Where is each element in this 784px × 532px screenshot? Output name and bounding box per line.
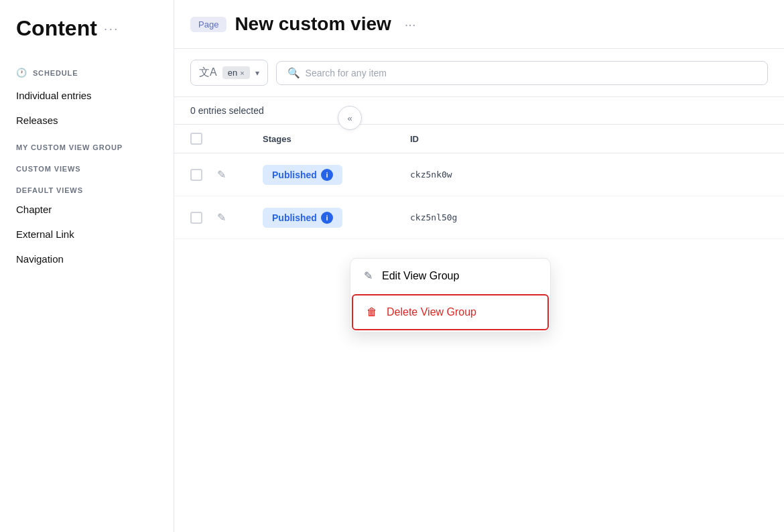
sidebar-item-individual-entries[interactable]: Individual entries <box>0 83 174 108</box>
custom-views-label: CUSTOM VIEWS <box>0 154 174 176</box>
published-info-icon-1[interactable]: i <box>321 169 333 181</box>
custom-view-group-label: MY CUSTOM VIEW GROUP <box>0 133 174 154</box>
context-menu: ✎ Edit View Group 🗑 Delete View Group <box>350 258 551 332</box>
chevron-down-icon: ▾ <box>255 68 259 78</box>
row-checkbox-1[interactable] <box>190 169 217 181</box>
delete-view-group-label: Delete View Group <box>387 306 476 318</box>
search-placeholder: Search for any item <box>306 68 387 78</box>
published-badge-2: Published i <box>263 208 342 228</box>
select-all-checkbox-cell[interactable] <box>190 125 217 153</box>
row-1-edit-button[interactable]: ✎ <box>217 168 257 181</box>
collapse-sidebar-button[interactable]: « <box>338 106 362 130</box>
entries-selected-label: 0 entries selected <box>174 97 784 125</box>
sidebar-item-navigation[interactable]: Navigation <box>0 247 174 271</box>
select-all-checkbox[interactable] <box>190 133 202 145</box>
row-checkbox-2[interactable] <box>190 212 217 224</box>
toolbar: 文A en × ▾ 🔍 Search for any item <box>174 49 784 97</box>
page-badge: Page <box>190 17 226 32</box>
edit-view-group-menu-item[interactable]: ✎ Edit View Group <box>350 259 550 293</box>
language-close-button[interactable]: × <box>240 69 244 77</box>
clock-icon: 🕐 <box>16 68 27 78</box>
chevron-left-icon: « <box>347 113 352 123</box>
sidebar-title-area: Content ··· <box>0 16 174 57</box>
row-2-checkbox[interactable] <box>190 212 202 224</box>
sidebar-title-more[interactable]: ··· <box>104 21 119 36</box>
table-header: Stages ID <box>174 125 784 153</box>
page-title: New custom view <box>235 13 391 35</box>
main-header: Page New custom view ··· <box>174 0 784 49</box>
table-row: ✎ Published i ckz5nl50g <box>174 196 784 239</box>
schedule-section-label: 🕐 SCHEDULE <box>0 57 174 83</box>
sidebar-item-releases[interactable]: Releases <box>0 108 174 133</box>
translate-icon: 文A <box>199 66 217 80</box>
edit-icon: ✎ <box>364 269 373 282</box>
th-id: ID <box>405 126 525 152</box>
search-icon: 🔍 <box>287 67 300 79</box>
row-1-checkbox[interactable] <box>190 169 202 181</box>
sidebar-item-external-link[interactable]: External Link <box>0 222 174 247</box>
language-badge: en × <box>222 66 250 79</box>
published-info-icon-2[interactable]: i <box>321 212 333 224</box>
language-code: en <box>228 68 237 78</box>
search-box[interactable]: 🔍 Search for any item <box>276 61 768 85</box>
row-2-id: ckz5nl50g <box>405 212 525 222</box>
language-selector[interactable]: 文A en × ▾ <box>190 60 268 86</box>
edit-view-group-label: Edit View Group <box>382 270 459 282</box>
row-1-id: ckz5nk0w <box>405 170 525 180</box>
published-badge-1: Published i <box>263 165 342 185</box>
trash-icon: 🗑 <box>367 306 377 318</box>
table-row: ✎ Published i ckz5nk0w <box>174 153 784 196</box>
sidebar-item-chapter[interactable]: Chapter <box>0 197 174 222</box>
row-1-stages: Published i <box>257 165 405 185</box>
delete-view-group-menu-item[interactable]: 🗑 Delete View Group <box>352 294 549 330</box>
row-2-edit-button[interactable]: ✎ <box>217 211 257 224</box>
th-stages: Stages <box>257 126 405 152</box>
sidebar-title: Content <box>16 16 97 41</box>
default-views-label: DEFAULT VIEWS <box>0 176 174 197</box>
sidebar: Content ··· 🕐 SCHEDULE Individual entrie… <box>0 0 174 532</box>
page-title-more[interactable]: ··· <box>405 17 416 32</box>
main-content: « Page New custom view ··· 文A en × ▾ 🔍 S… <box>174 0 784 532</box>
row-2-stages: Published i <box>257 208 405 228</box>
